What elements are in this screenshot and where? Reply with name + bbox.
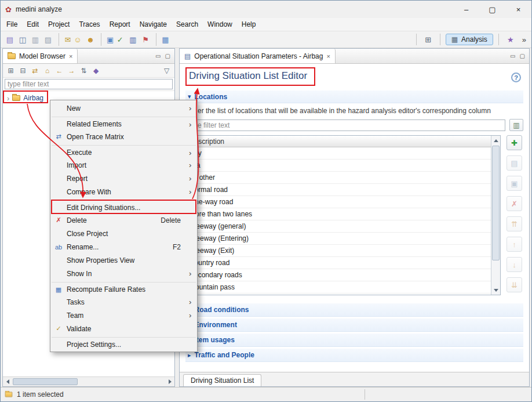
menubar-help[interactable]: Help [237, 19, 261, 30]
table-row[interactable]: One-way road [186, 196, 491, 208]
table-row[interactable]: Freeway (general) [186, 220, 491, 233]
menu-item-tasks[interactable]: Tasks › [52, 295, 196, 309]
view-menu-icon[interactable]: ▽ [161, 65, 172, 76]
maximize-view-icon[interactable]: ▢ [165, 53, 170, 59]
scrollbar-thumb[interactable] [492, 146, 500, 260]
review-closed-icon[interactable]: ☻ [84, 33, 97, 46]
horizontal-scrollbar[interactable] [3, 376, 174, 386]
table-row[interactable]: Freeway (Entering) [186, 233, 491, 245]
minimize-view-icon[interactable]: ▭ [510, 53, 515, 59]
menu-item-team[interactable]: Team › [52, 309, 196, 322]
table-header[interactable]: Description [186, 136, 491, 147]
menu-item-close-project[interactable]: Close Project [52, 227, 196, 240]
model-browser-tab[interactable]: Model Browser × [3, 49, 78, 63]
scroll-left-button[interactable] [3, 377, 12, 386]
menu-item-validate[interactable]: ✓ Validate [52, 322, 196, 335]
bookmark-flag-icon[interactable]: ⚑ [139, 33, 152, 46]
library-icon[interactable]: ▥ [126, 33, 139, 46]
collapse-all-icon[interactable]: ⊟ [17, 65, 28, 76]
menu-item-edit-driving-situations[interactable]: Edit Driving Situations... [52, 200, 196, 213]
open-perspective-icon[interactable]: ⊞ [422, 33, 435, 46]
table-row[interactable]: All other [186, 172, 491, 184]
forward-icon[interactable]: → [66, 65, 77, 76]
section-locations[interactable]: ▾ Locations [185, 90, 523, 103]
menubar-file[interactable]: File [2, 19, 22, 30]
section-road-conditions[interactable]: ▸ Road conditions [185, 303, 523, 317]
table-row[interactable]: Freeway (Exit) [186, 245, 491, 257]
scroll-right-button[interactable] [165, 377, 174, 386]
model-filter-input[interactable] [5, 79, 173, 89]
menu-item-open-trace-matrix[interactable]: ⇄ Open Trace Matrix [52, 130, 196, 143]
menu-item-related-elements[interactable]: Related Elements › [52, 117, 196, 130]
menu-item-show-in[interactable]: Show In › [52, 267, 196, 280]
home-icon[interactable]: ⌂ [42, 65, 53, 76]
minimize-button[interactable]: – [453, 1, 479, 18]
add-location-button[interactable]: ✚ [507, 135, 522, 150]
table-row[interactable]: N/a [186, 160, 491, 172]
new-comment-icon[interactable]: ✉ [59, 33, 71, 46]
menu-item-rename[interactable]: ab Rename... F2 [52, 240, 196, 253]
filter-options-button[interactable]: ▥ [509, 119, 523, 131]
driving-situation-list-tab[interactable]: Driving Situation List [183, 374, 261, 386]
analysis-perspective-button[interactable]: ▦ Analysis [446, 34, 493, 45]
help-icon[interactable]: ? [511, 73, 521, 82]
move-up-button[interactable]: ↑ [507, 237, 522, 252]
move-top-button[interactable]: ⇈ [507, 216, 522, 231]
locations-filter-input[interactable] [185, 119, 505, 131]
menu-item-compare-with[interactable]: Compare With › [52, 185, 196, 198]
scroll-down-button[interactable] [491, 285, 500, 295]
menubar-report[interactable]: Report [105, 19, 135, 30]
menubar-traces[interactable]: Traces [74, 19, 104, 30]
back-icon[interactable]: ← [54, 65, 65, 76]
table-row[interactable]: More than two lanes [186, 208, 491, 220]
menu-item-project-settings[interactable]: Project Settings... [52, 337, 196, 350]
scrollbar-thumb[interactable] [13, 378, 78, 385]
validate-document-icon[interactable]: ✓ [114, 33, 126, 46]
move-bottom-button[interactable]: ⇊ [507, 277, 522, 292]
menubar-edit[interactable]: Edit [22, 19, 43, 30]
menu-item-show-properties-view[interactable]: Show Properties View [52, 253, 196, 267]
sort-icon[interactable]: ⇅ [78, 65, 89, 76]
section-traffic-and-people[interactable]: ▸ Traffic and People [185, 349, 523, 362]
table-vertical-scrollbar[interactable] [491, 136, 500, 295]
table-row[interactable]: Normal road [186, 184, 491, 196]
menu-item-new[interactable]: New › [52, 102, 196, 115]
menubar-navigate[interactable]: Navigate [135, 19, 172, 30]
review-open-icon[interactable]: ☺ [71, 33, 84, 46]
duplicate-location-button[interactable]: ▣ [507, 176, 522, 191]
menubar-search[interactable]: Search [172, 19, 203, 30]
menu-item-import[interactable]: Import › [52, 158, 196, 172]
close-button[interactable]: × [505, 1, 531, 18]
menu-item-report[interactable]: Report › [52, 172, 196, 185]
checklist-icon[interactable]: ▣ [101, 33, 114, 46]
menubar-window[interactable]: Window [203, 19, 237, 30]
print-icon[interactable]: ▨ [42, 33, 54, 46]
table-row[interactable]: Mountain pass [186, 281, 491, 294]
minimize-view-icon[interactable]: ▭ [155, 53, 161, 59]
edit-location-button[interactable]: ▤ [507, 155, 522, 171]
maximize-view-icon[interactable]: ▢ [520, 53, 525, 59]
close-tab-icon[interactable]: × [69, 53, 72, 60]
editor-tab[interactable]: ▤ Operational Situation Parameters - Air… [180, 49, 336, 63]
menu-item-delete[interactable]: ✗ Delete Delete [52, 213, 196, 227]
expand-all-icon[interactable]: ⊞ [5, 65, 16, 76]
section-environment[interactable]: ▸ Environment [185, 318, 523, 332]
report-table-icon[interactable]: ▦ [156, 33, 169, 46]
close-editor-icon[interactable]: × [326, 53, 330, 60]
filter-icon[interactable]: ◆ [90, 65, 101, 76]
menu-item-recompute-failure-rates[interactable]: ▦ Recompute Failure Rates [52, 282, 196, 295]
delete-location-button[interactable]: ✗ [507, 196, 522, 211]
scroll-up-button[interactable] [491, 136, 500, 145]
expander-icon[interactable]: › [7, 94, 9, 103]
table-row[interactable]: Any [186, 147, 491, 160]
save-icon[interactable]: ◫ [16, 33, 29, 46]
maximize-button[interactable]: ▢ [479, 1, 505, 18]
menubar-project[interactable]: Project [43, 19, 74, 30]
new-model-icon[interactable]: ▤ [3, 33, 16, 46]
link-with-editor-icon[interactable]: ⇄ [30, 65, 41, 76]
table-row[interactable]: Secondary roads [186, 269, 491, 281]
move-down-button[interactable]: ↓ [507, 257, 522, 272]
save-all-icon[interactable]: ▥ [29, 33, 42, 46]
toolbar-overflow-chevron[interactable]: » [520, 35, 529, 44]
menu-item-execute[interactable]: Execute › [52, 145, 196, 158]
